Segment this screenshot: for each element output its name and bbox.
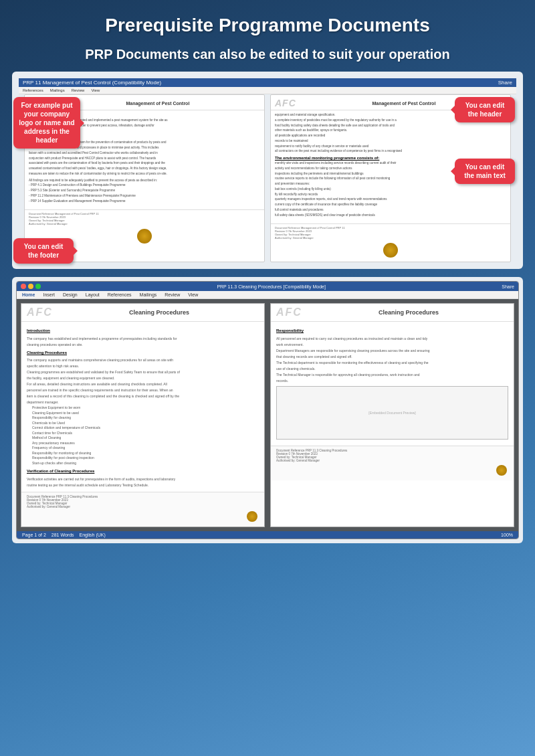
ribbon-references[interactable]: References <box>108 292 132 297</box>
bottom-resp-line6: The Technical department is responsible … <box>276 360 508 365</box>
bottom-cleaning-line6: For all areas, detailed cleaning instruc… <box>27 381 259 387</box>
top-word-toolbar: PRP 11 Management of Pest Control (Compa… <box>19 78 516 87</box>
word-share-btn[interactable]: Share <box>502 284 514 289</box>
top-sec3-line4: - PRP 14 Supplier Evaluation and Managem… <box>29 199 260 204</box>
ribbon-layout[interactable]: Layout <box>86 292 100 297</box>
bottom-verif-line2: routine testing as per the internal audi… <box>27 482 259 488</box>
top-p2-line3: food facility including safety data shee… <box>275 124 506 128</box>
top-sec3-line3: - PRP 11.2 Maintenance of Premises and M… <box>29 194 260 199</box>
top-p2-line6: records to be maintained <box>275 139 506 144</box>
bottom-intro-heading: Introduction <box>27 328 259 335</box>
top-sec2-line7: measures are taken to reduce the risk of… <box>29 172 260 177</box>
bottom-verif-heading: Verification of Cleaning Procedures <box>27 468 259 475</box>
bottom-cleaning-line3: Cleaning programmes are established and … <box>27 369 259 375</box>
bullet-11: Responsibility for post cleaning inspect… <box>27 456 259 461</box>
bullet-5: Correct dilution and temperature of Chem… <box>27 426 259 431</box>
ribbon-review[interactable]: Review <box>165 292 180 297</box>
bottom-gold-seal-2 <box>496 465 507 476</box>
win-max-btn[interactable] <box>35 284 41 289</box>
bullet-9: Frequency of cleaning <box>27 446 259 451</box>
ribbon-tab-mailings[interactable]: Mailings <box>50 88 65 92</box>
ribbon-view[interactable]: View <box>188 292 198 297</box>
bullet-3: Responsibility for cleaning <box>27 415 259 421</box>
win-close-btn[interactable] <box>21 284 26 289</box>
gold-seal-1 <box>137 229 152 244</box>
bullet-4: Chemicals to be Used <box>27 421 259 426</box>
inner-doc-thumbnail: [Embedded Document Preview] <box>276 386 508 440</box>
ribbon-design[interactable]: Design <box>63 292 78 297</box>
top-p2-sec2-l6: bait box controls (including fly killing… <box>275 187 506 192</box>
bottom-section: PRP 11.3 Cleaning Procedures [Compatibil… <box>12 277 523 543</box>
bullet-1: Protective Equipment to be worn <box>27 405 259 411</box>
bottom-cleaning-line2: specific attention to high risk areas. <box>27 363 259 369</box>
word-title-bar: PRP 11.3 Cleaning Procedures [Compatibil… <box>17 282 518 291</box>
word-status-bar: Page 1 of 2 281 Words English (UK) 100% <box>17 531 518 539</box>
top-p2-sec2-l8: quarterly managers inspection reports, v… <box>275 197 506 202</box>
bottom-resp-line10: records. <box>276 378 508 383</box>
ribbon-tab-references[interactable]: References <box>23 88 43 92</box>
window-controls <box>21 284 41 289</box>
bottom-resp-line3: Department Managers are responsible for … <box>276 348 508 353</box>
ribbon-mailings[interactable]: Mailings <box>140 292 157 297</box>
bottom-afc-logo-1: AFC <box>27 306 53 318</box>
status-zoom: 100% <box>501 533 513 537</box>
ribbon-home[interactable]: Home <box>22 292 35 297</box>
word-menu-bar: Home Insert Design Layout References Mai… <box>17 291 518 299</box>
top-word-ribbon: References Mailings Review View <box>19 87 516 94</box>
top-afc-logo-2: AFC <box>275 98 296 108</box>
page-subtitle: PRP Documents can also be edited to suit… <box>0 43 535 72</box>
top-doc-title-1: Management of Pest Control <box>56 101 260 106</box>
status-language: English (UK) <box>80 533 106 537</box>
top-share-btn[interactable]: Share <box>498 80 512 86</box>
top-sec2-line3: liaison with a contracted and accredited… <box>29 151 260 156</box>
bottom-page1-body: Introduction The company has established… <box>21 322 264 492</box>
status-left: Page 1 of 2 281 Words English (UK) <box>22 533 106 537</box>
callout-right-maintext: You can edit the main text <box>455 159 515 184</box>
bottom-resp-line2: work environment. <box>276 342 508 347</box>
bottom-afc-logo-2: AFC <box>276 306 302 318</box>
bottom-footer-1: Document Reference PRP 11.3 Cleaning Pro… <box>21 492 264 527</box>
callout-right-header: You can edit the header <box>455 97 515 122</box>
ribbon-tab-view[interactable]: View <box>91 88 100 92</box>
ribbon-insert[interactable]: Insert <box>43 292 55 297</box>
bullet-7: Method of Cleaning <box>27 436 259 441</box>
top-sec3-line0: All findings are required to be adequate… <box>29 179 260 183</box>
bullet-6: Contact time for Chemicals <box>27 431 259 436</box>
win-min-btn[interactable] <box>28 284 33 289</box>
bottom-cleaning-line9: department manager. <box>27 399 259 405</box>
bottom-resp-line4: that cleaning records are completed and … <box>276 354 508 359</box>
bottom-doc-title-2: Cleaning Procedures <box>309 309 508 316</box>
bullet-10: Responsibility for monitoring of cleanin… <box>27 451 259 456</box>
gold-seal-2 <box>383 243 398 258</box>
bottom-page2-body: Responsibility All personnel are require… <box>271 322 514 446</box>
top-p2-sec2-l10: full control materials and procedures <box>275 208 506 213</box>
callout-left-header: For example put your company logo or nam… <box>13 97 80 149</box>
top-p2-line5: all pesticide applications are recorded <box>275 134 506 138</box>
bullet-2: Cleaning Equipment to be used <box>27 411 259 416</box>
bottom-resp-line7: use of cleaning chemicals. <box>276 366 508 371</box>
top-section: For example put your company logo or nam… <box>12 72 523 269</box>
bottom-cleaning-line1: The company supports and maintains compr… <box>27 357 259 363</box>
top-doc-pages-row: AFC Management of Pest Control Introduct… <box>24 94 511 262</box>
bottom-page-2: AFC Cleaning Procedures Responsibility A… <box>270 303 514 527</box>
top-sec3-line2: - PRP 5.3 Site (Exterior and Surrounds) … <box>29 189 260 193</box>
bottom-resp-line1: All personnel are required to carry out … <box>276 336 508 341</box>
top-sec3-container: All findings are required to be adequate… <box>29 179 260 204</box>
bottom-page1-header: AFC Cleaning Procedures <box>21 304 264 322</box>
callout-footer: You can edit the footer <box>13 238 74 264</box>
page-title: Prerequisite Programme Documents <box>0 0 535 43</box>
bottom-resp-heading: Responsibility <box>276 328 508 335</box>
bottom-verif-line1: Verification activities are carried out … <box>27 476 259 482</box>
top-sec3-line1: - PRP 4.1 Design and Construction of Bui… <box>29 183 260 188</box>
status-right: 100% <box>501 533 513 537</box>
top-sec2-line5: associated with pests are the contaminat… <box>29 161 260 166</box>
bottom-gold-seal-1 <box>247 511 257 522</box>
word-window-title: PRP 11.3 Cleaning Procedures [Compatibil… <box>217 284 326 289</box>
bottom-footer-2: Document Reference PRP 11.3 Cleaning Pro… <box>271 446 514 480</box>
bottom-cleaning-line7: personnel are trained in the specific cl… <box>27 387 259 393</box>
ribbon-tab-review[interactable]: Review <box>72 88 85 92</box>
word-window: PRP 11.3 Cleaning Procedures [Compatibil… <box>16 281 519 539</box>
bullet-12: Start-up checks after cleaning <box>27 461 259 466</box>
bottom-page-1: AFC Cleaning Procedures Introduction The… <box>21 303 265 527</box>
bottom-cleaning-line4: the facility, equipment and cleaning equ… <box>27 375 259 381</box>
